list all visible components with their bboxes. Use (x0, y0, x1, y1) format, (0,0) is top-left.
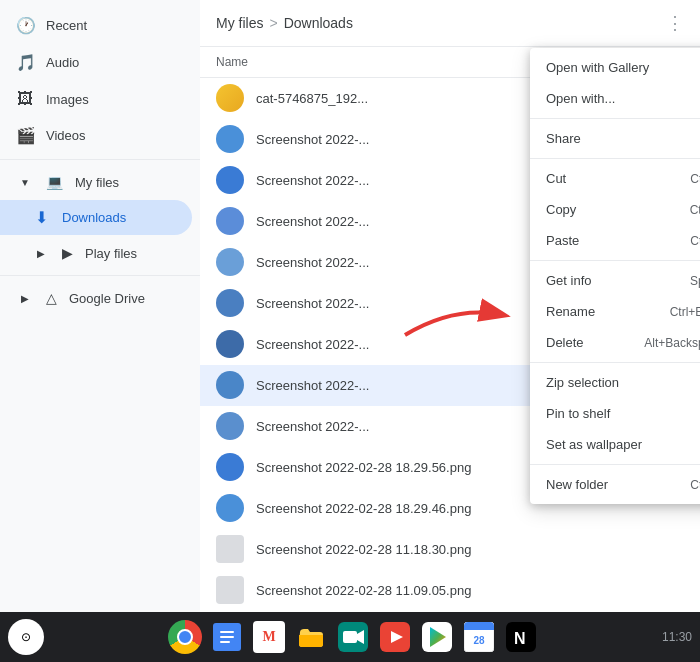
file-item-ss12[interactable]: Screenshot 2022-02-28 11.09.05.png (200, 570, 700, 611)
ctx-open-with[interactable]: Open with... (530, 83, 700, 114)
drive-expand-icon: ▶ (16, 293, 34, 304)
file-thumb-cat (216, 84, 244, 112)
file-thumb-ss7 (216, 371, 244, 399)
sidebar-item-playfiles-label: Play files (85, 246, 137, 261)
ctx-divider2 (530, 158, 700, 159)
file-thumb-ss3 (216, 207, 244, 235)
sidebar-item-images[interactable]: 🖼 Images (0, 82, 192, 116)
taskbar-docs[interactable] (209, 619, 245, 655)
youtube-icon (380, 622, 410, 652)
system-time: 11:30 (662, 630, 692, 644)
file-thumb-ss5 (216, 289, 244, 317)
images-icon: 🖼 (16, 90, 34, 108)
taskbar-center: M (167, 619, 539, 655)
myfiles-folder-icon: 💻 (46, 174, 63, 190)
taskbar-gmail[interactable]: M (251, 619, 287, 655)
ctx-cut-label: Cut (546, 171, 566, 186)
taskbar-play[interactable] (419, 619, 455, 655)
taskbar-files[interactable] (293, 619, 329, 655)
ctx-copy-label: Copy (546, 202, 576, 217)
file-name: Screenshot 2022-... (256, 173, 369, 188)
file-area: My files > Downloads ⋮ Name cat-5746875_… (200, 0, 700, 612)
ctx-paste-label: Paste (546, 233, 579, 248)
ctx-divider3 (530, 260, 700, 261)
ctx-share[interactable]: Share (530, 123, 700, 154)
taskbar-youtube[interactable] (377, 619, 413, 655)
drive-icon: △ (46, 290, 57, 306)
sidebar-item-images-label: Images (46, 92, 89, 107)
svg-rect-4 (220, 641, 230, 643)
sidebar-item-googledrive[interactable]: ▶ △ Google Drive (0, 282, 192, 314)
ctx-new-folder[interactable]: New folder Ctrl+E (530, 469, 700, 500)
sidebar-item-downloads[interactable]: ⬇ Downloads (0, 200, 192, 235)
file-thumb-ss12 (216, 576, 244, 604)
column-name: Name (216, 55, 248, 69)
taskbar-calendar[interactable]: 28 (461, 619, 497, 655)
ctx-pin-shelf[interactable]: Pin to shelf (530, 398, 700, 429)
sidebar-item-playfiles[interactable]: ▶ ▶ Play files (0, 237, 192, 269)
ctx-pin-shelf-label: Pin to shelf (546, 406, 610, 421)
launcher-button[interactable]: ⊙ (8, 619, 44, 655)
file-thumb-ss8 (216, 412, 244, 440)
ctx-divider5 (530, 464, 700, 465)
ctx-paste-shortcut: Ctrl+V (690, 234, 700, 248)
ctx-delete[interactable]: Delete Alt+Backspace (530, 327, 700, 358)
sidebar-item-recent-label: Recent (46, 18, 87, 33)
sidebar-item-myfiles-label: My files (75, 175, 119, 190)
file-name: Screenshot 2022-... (256, 214, 369, 229)
file-name: Screenshot 2022-... (256, 296, 369, 311)
taskbar: ⊙ M (0, 612, 700, 662)
ctx-new-folder-label: New folder (546, 477, 608, 492)
file-item-ss13[interactable]: Screenshot 2022-02-28 10.57.10.png (200, 611, 700, 612)
ctx-paste[interactable]: Paste Ctrl+V (530, 225, 700, 256)
breadcrumb-root[interactable]: My files (216, 15, 263, 31)
playfiles-icon: ▶ (62, 245, 73, 261)
breadcrumb-separator: > (269, 15, 277, 31)
file-name: Screenshot 2022-02-28 18.29.46.png (256, 501, 471, 516)
ctx-divider1 (530, 118, 700, 119)
file-item-ss11[interactable]: Screenshot 2022-02-28 11.18.30.png (200, 529, 700, 570)
recent-icon: 🕐 (16, 16, 34, 35)
ctx-rename[interactable]: Rename Ctrl+Enter (530, 296, 700, 327)
sidebar-item-googledrive-label: Google Drive (69, 291, 145, 306)
sidebar-item-audio[interactable]: 🎵 Audio (0, 45, 192, 80)
ctx-open-with-label: Open with... (546, 91, 615, 106)
file-name: cat-5746875_192... (256, 91, 368, 106)
files-icon (296, 622, 326, 652)
file-name: Screenshot 2022-... (256, 132, 369, 147)
expand-arrow-icon: ▼ (16, 177, 34, 188)
ctx-copy[interactable]: Copy Ctrl+C (530, 194, 700, 225)
file-header: My files > Downloads ⋮ (200, 0, 700, 47)
ctx-cut[interactable]: Cut Ctrl+X (530, 163, 700, 194)
ctx-zip[interactable]: Zip selection (530, 367, 700, 398)
taskbar-meet[interactable] (335, 619, 371, 655)
videos-icon: 🎬 (16, 126, 34, 145)
ctx-open-gallery-label: Open with Gallery (546, 60, 649, 75)
docs-icon (213, 623, 241, 651)
ctx-zip-label: Zip selection (546, 375, 619, 390)
meet-icon (338, 622, 368, 652)
ctx-open-gallery[interactable]: Open with Gallery (530, 52, 700, 83)
ctx-get-info-shortcut: Space (690, 274, 700, 288)
file-name: Screenshot 2022-... (256, 337, 369, 352)
playfiles-expand-icon: ▶ (32, 248, 50, 259)
ctx-new-folder-shortcut: Ctrl+E (690, 478, 700, 492)
context-menu: Open with Gallery Open with... Share Cut… (530, 48, 700, 504)
sidebar-divider2 (0, 275, 200, 276)
downloads-icon: ⬇ (32, 208, 50, 227)
sidebar-item-videos-label: Videos (46, 128, 86, 143)
taskbar-chrome[interactable] (167, 619, 203, 655)
sidebar-item-recent[interactable]: 🕐 Recent (0, 8, 192, 43)
ctx-set-wallpaper[interactable]: Set as wallpaper (530, 429, 700, 460)
sidebar-item-myfiles[interactable]: ▼ 💻 My files (0, 166, 192, 198)
svg-rect-6 (343, 631, 357, 643)
ctx-get-info[interactable]: Get info Space (530, 265, 700, 296)
ctx-delete-shortcut: Alt+Backspace (644, 336, 700, 350)
more-vert-icon: ⋮ (666, 13, 684, 33)
file-thumb-ss11 (216, 535, 244, 563)
sidebar-item-videos[interactable]: 🎬 Videos (0, 118, 192, 153)
sidebar-divider (0, 159, 200, 160)
taskbar-notion[interactable]: N (503, 619, 539, 655)
gmail-icon: M (253, 621, 285, 653)
more-options-button[interactable]: ⋮ (666, 12, 684, 34)
